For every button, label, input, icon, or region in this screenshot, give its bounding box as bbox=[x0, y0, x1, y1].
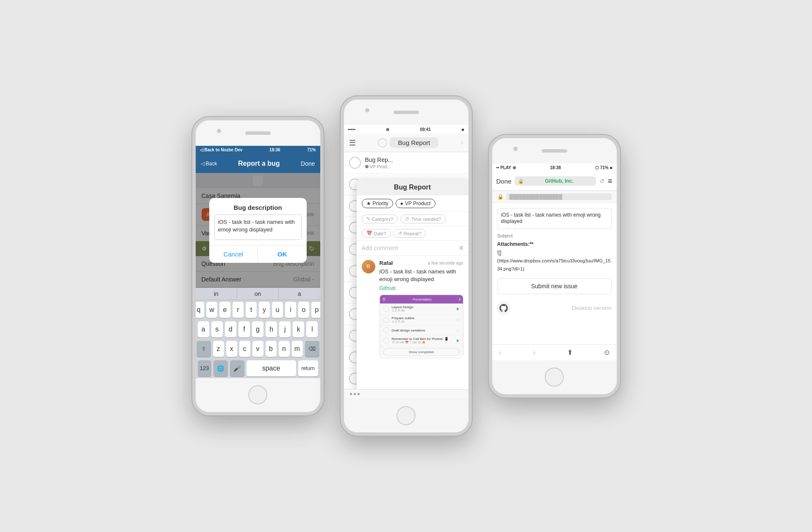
comment-text: iOS - task list - task names with emoji … bbox=[380, 268, 463, 283]
list-item-bugrep[interactable]: Bug Rep... VP Prod... bbox=[344, 152, 468, 174]
attachments-image: ![] bbox=[497, 248, 612, 257]
home-button-3[interactable] bbox=[545, 368, 564, 387]
cancel-button[interactable]: Cancel bbox=[209, 245, 258, 263]
key-space[interactable]: space bbox=[247, 360, 296, 376]
tag-time[interactable]: ⏱ Time needed? bbox=[400, 214, 446, 223]
key-z[interactable]: z bbox=[213, 341, 224, 357]
tag-priority[interactable]: ★ Priority bbox=[362, 199, 393, 208]
comment-time: a few seconds ago bbox=[428, 261, 463, 265]
camera-1 bbox=[217, 129, 221, 133]
key-num[interactable]: 123 bbox=[198, 360, 211, 376]
menu-icon[interactable]: ≡ bbox=[608, 177, 612, 186]
home-button-1[interactable] bbox=[248, 385, 267, 404]
tag-priority-label: Priority bbox=[373, 201, 388, 206]
key-return[interactable]: return bbox=[298, 360, 318, 376]
key-delete[interactable]: ⌫ bbox=[305, 341, 319, 357]
tag-repeat[interactable]: ↺ Repeat? bbox=[394, 229, 426, 238]
speaker-1 bbox=[245, 131, 271, 135]
key-v[interactable]: v bbox=[252, 341, 263, 357]
bug-panel-header: Bug Report bbox=[357, 179, 468, 195]
nav-bar-1: ◁ Back Report a bug Done bbox=[196, 154, 320, 173]
p2-content-area: Bug Rep... VP Prod... Automat... VP Prod bbox=[344, 152, 468, 389]
tag-vp-label: VP Product bbox=[405, 201, 430, 206]
phone-top-1 bbox=[196, 120, 320, 146]
key-r[interactable]: r bbox=[233, 302, 244, 318]
preview-info: ℹ bbox=[459, 298, 460, 301]
key-c[interactable]: c bbox=[239, 341, 250, 357]
key-mic[interactable]: 🎤 bbox=[230, 360, 244, 376]
browser-back-button[interactable]: ‹ bbox=[499, 348, 502, 357]
nav-action-1[interactable]: Done bbox=[301, 160, 315, 167]
key-y[interactable]: y bbox=[259, 302, 270, 318]
key-f[interactable]: f bbox=[238, 321, 250, 337]
item-circle bbox=[349, 157, 361, 169]
status-battery-2: ■ bbox=[461, 127, 464, 132]
hamburger-icon[interactable]: ☰ bbox=[349, 138, 356, 148]
key-k[interactable]: k bbox=[293, 321, 304, 337]
desktop-version-link[interactable]: Desktop version bbox=[572, 305, 611, 311]
key-o[interactable]: o bbox=[298, 302, 309, 318]
show-completed-btn[interactable]: Show completed bbox=[383, 348, 460, 356]
key-h[interactable]: h bbox=[266, 321, 277, 337]
key-shift[interactable]: ⇧ bbox=[197, 341, 211, 357]
preview-circle bbox=[383, 306, 389, 312]
key-u[interactable]: u bbox=[272, 302, 283, 318]
bookmark-button[interactable]: ⊙ bbox=[604, 348, 610, 357]
star-icon: ★ bbox=[456, 306, 460, 311]
status-wifi-2: ⊚ bbox=[386, 127, 389, 132]
key-t[interactable]: t bbox=[246, 302, 257, 318]
suggestion-in[interactable]: in bbox=[196, 288, 237, 300]
reload-icon[interactable]: ↺ bbox=[599, 178, 604, 184]
key-globe[interactable]: 🌐 bbox=[213, 360, 228, 376]
keyboard-row-4: 123 🌐 🎤 space return bbox=[196, 359, 320, 378]
key-b[interactable]: b bbox=[266, 341, 277, 357]
issue-title-input[interactable]: iOS - task list - task names with emoji … bbox=[497, 208, 612, 229]
key-e[interactable]: e bbox=[219, 302, 230, 318]
dialog-title: Bug description bbox=[209, 198, 307, 214]
key-x[interactable]: x bbox=[226, 341, 237, 357]
comment-avatar: R bbox=[362, 260, 375, 273]
key-g[interactable]: g bbox=[252, 321, 263, 337]
ok-button[interactable]: OK bbox=[258, 245, 307, 263]
key-j[interactable]: j bbox=[279, 321, 291, 337]
key-q[interactable]: q bbox=[196, 302, 205, 318]
key-m[interactable]: m bbox=[292, 341, 303, 357]
dialog-input[interactable]: iOS - task list - task names with emoji … bbox=[214, 214, 302, 240]
home-button-2[interactable] bbox=[396, 406, 416, 425]
phone-3: •• PLAY ⊚ 18:38 ⬡ 71% ■ Done 🔒 GitHub, I… bbox=[489, 135, 620, 398]
star-empty-icon: ☆ bbox=[456, 328, 460, 333]
tag-date[interactable]: 📅 Date? bbox=[362, 229, 391, 238]
key-p[interactable]: p bbox=[311, 302, 320, 318]
nav-back-1[interactable]: ◁ Back bbox=[201, 161, 217, 167]
key-l[interactable]: l bbox=[306, 321, 318, 337]
phone-bottom-1 bbox=[196, 378, 320, 412]
p3-nav: Done 🔒 GitHub, Inc. ↺ ≡ bbox=[492, 172, 617, 191]
dialog-box: Bug description iOS - task list - task n… bbox=[209, 198, 307, 263]
key-w[interactable]: w bbox=[206, 302, 217, 318]
key-i[interactable]: i bbox=[285, 302, 296, 318]
screen-3: •• PLAY ⊚ 18:38 ⬡ 71% ■ Done 🔒 GitHub, I… bbox=[492, 164, 617, 360]
suggestion-a[interactable]: a bbox=[279, 288, 320, 300]
comment-github-link[interactable]: Github bbox=[380, 285, 463, 291]
p3-url-bar[interactable]: 🔒 GitHub, Inc. bbox=[515, 176, 596, 186]
key-s[interactable]: s bbox=[211, 321, 223, 337]
key-d[interactable]: d bbox=[225, 321, 236, 337]
submit-issue-button[interactable]: Submit new issue bbox=[497, 278, 612, 294]
p3-done-button[interactable]: Done bbox=[496, 178, 512, 185]
p3-url-text: GitHub, Inc. bbox=[526, 178, 593, 184]
keyboard-row-2: a s d f g h j k l bbox=[196, 320, 320, 339]
p3-address-text[interactable]: ████████████████ bbox=[506, 193, 612, 200]
nav-title-1: Report a bug bbox=[238, 160, 280, 167]
suggestion-on[interactable]: on bbox=[237, 288, 279, 300]
key-a[interactable]: a bbox=[198, 321, 209, 337]
share-button[interactable]: ⬆ bbox=[567, 348, 573, 357]
camera-3 bbox=[513, 147, 518, 151]
list-content-1: Casa Sanemia ✗ S Link Vari Link ⚙ A bbox=[196, 173, 320, 288]
tag-time-label: Time needed? bbox=[411, 217, 441, 222]
add-comment-bar[interactable]: Add comment ≡ bbox=[357, 241, 468, 256]
key-n[interactable]: n bbox=[279, 341, 290, 357]
tag-vp-product[interactable]: ● VP Product bbox=[396, 199, 435, 208]
status-time-1: 18:36 bbox=[269, 148, 280, 152]
tag-category[interactable]: ✎ Category? bbox=[362, 214, 398, 223]
browser-forward-button[interactable]: › bbox=[533, 348, 535, 357]
